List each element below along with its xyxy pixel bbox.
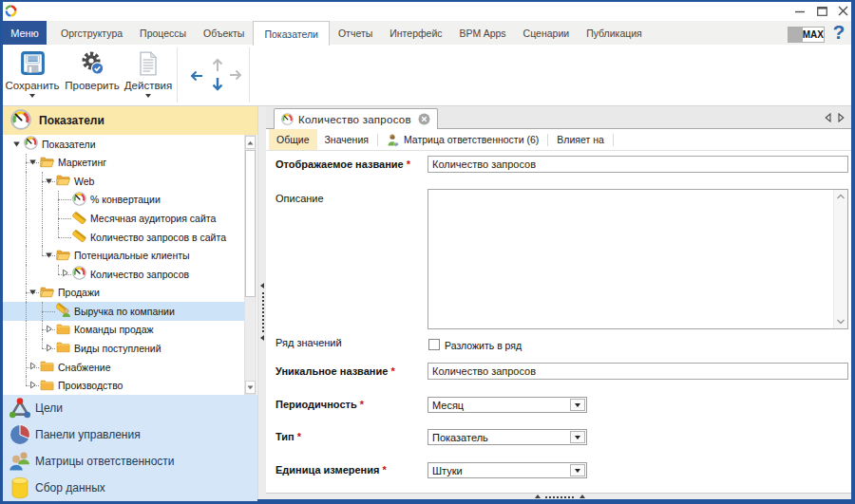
subtab-значения[interactable]: Значения — [317, 129, 376, 150]
nav-left-arrow[interactable] — [189, 69, 203, 84]
tree-item-выручка-по-компании[interactable]: Выручка по компании — [3, 302, 244, 321]
tree-collapsed-icon[interactable] — [61, 268, 69, 279]
maximize-button[interactable] — [813, 3, 830, 19]
tree-expanded-icon[interactable] — [28, 157, 37, 168]
tree-expanded-icon[interactable] — [45, 250, 53, 261]
tag-icon — [72, 229, 86, 245]
ribbon-tab-показатели[interactable]: Показатели — [253, 21, 330, 46]
nav-down-arrow[interactable] — [211, 77, 224, 95]
tree-item-количество-запросов-в-сайта[interactable]: Количество запросов в сайта — [3, 228, 244, 247]
splitter-collapse-icon — [260, 283, 264, 289]
horizontal-splitter[interactable] — [266, 493, 851, 499]
minimize-button[interactable] — [791, 3, 808, 19]
sidebar-section-цели[interactable]: Цели — [3, 395, 257, 421]
ribbon-tab-процессы[interactable]: Процессы — [131, 21, 195, 45]
document-tab[interactable]: Количество запросов — [274, 108, 438, 129]
max-toggle-knob — [788, 28, 803, 42]
actions-button[interactable]: Действия — [120, 50, 177, 98]
folder-closed-icon — [40, 360, 54, 374]
tree-item-месячная-аудитория-сайта[interactable]: Месячная аудитория сайта — [3, 209, 244, 228]
dropdown-button[interactable] — [570, 464, 585, 476]
max-toggle[interactable]: MAX — [788, 27, 825, 43]
save-icon — [21, 50, 45, 76]
expand-to-row-checkbox[interactable] — [428, 339, 440, 350]
ribbon-tab-отчеты[interactable]: Отчеты — [330, 21, 381, 45]
toolbar-separator — [249, 47, 250, 103]
tree-collapsed-icon[interactable] — [45, 343, 53, 354]
tree-item-виды-поступлений[interactable]: Виды поступлений — [3, 339, 244, 358]
nav-up-arrow[interactable] — [211, 57, 224, 74]
ribbon-tab-сценарии[interactable]: Сценарии — [515, 21, 579, 45]
sidebar-section-матрицы-ответственности[interactable]: Матрицы ответственности — [3, 448, 257, 475]
tab-scroll-right-icon[interactable] — [838, 113, 845, 122]
textarea-scrollbar[interactable] — [833, 190, 847, 328]
close-button[interactable] — [834, 3, 851, 19]
app-window: МенюОргструктураПроцессыОбъектыПоказател… — [0, 0, 855, 504]
ribbon-tab-оргструктура[interactable]: Оргструктура — [52, 21, 131, 45]
unit-select[interactable]: Штуки — [428, 462, 587, 478]
unique-name-input[interactable]: Количество запросов — [428, 363, 848, 380]
tree-expanded-icon[interactable] — [12, 139, 21, 150]
ribbon-tab-объекты[interactable]: Объекты — [195, 21, 253, 45]
tree-collapsed-icon[interactable] — [28, 361, 37, 372]
tree-guide-line — [26, 172, 27, 191]
ribbon-toolbar: Сохранить Проверить — [3, 45, 851, 106]
scroll-up-icon[interactable] — [836, 193, 846, 200]
tree-item-маркетинг[interactable]: Маркетинг — [3, 154, 244, 173]
tab-close-icon[interactable] — [418, 113, 430, 125]
folder-closed-icon — [56, 341, 70, 355]
tree-scrollbar[interactable] — [244, 135, 256, 395]
tree-item-продажи[interactable]: Продажи — [3, 284, 244, 303]
check-button[interactable]: Проверить — [64, 50, 121, 91]
sidebar-section-сбор-данных[interactable]: Сбор данных — [3, 475, 257, 501]
ribbon-tab-публикация[interactable]: Публикация — [578, 21, 651, 45]
tree-collapsed-icon[interactable] — [28, 380, 37, 391]
gauge-icon — [10, 109, 31, 132]
display-name-input[interactable]: Количество запросов — [428, 156, 848, 173]
tree-item-label: Показатели — [42, 139, 96, 150]
menu-tab[interactable]: Меню — [3, 21, 47, 45]
tab-scroll-left-icon[interactable] — [825, 113, 831, 122]
tree-collapsed-icon[interactable] — [45, 324, 53, 335]
dropdown-button[interactable] — [570, 399, 585, 411]
scroll-up-button[interactable] — [245, 136, 256, 149]
type-select[interactable]: Показатель — [428, 429, 587, 445]
database-icon — [9, 476, 31, 499]
subtab-матрица-ответственности-6[interactable]: Матрица ответственности (6) — [379, 129, 546, 150]
description-textarea[interactable] — [428, 189, 848, 329]
save-button[interactable]: Сохранить — [4, 50, 61, 98]
scroll-down-button[interactable] — [245, 381, 256, 394]
tree-item-команды-продаж[interactable]: Команды продаж — [3, 321, 244, 340]
splitter-handle — [545, 496, 574, 498]
folder-open-icon — [56, 174, 70, 188]
tree-item-%-конвертации[interactable]: % конвертации — [3, 191, 244, 210]
ribbon-tab-bpm-apps[interactable]: BPM Apps — [451, 21, 515, 45]
body-area: Показатели Показатели Маркетинг Web % ко… — [3, 106, 851, 499]
sidebar-section-панели-управления[interactable]: Панели управления — [3, 421, 257, 448]
dropdown-button[interactable] — [570, 431, 585, 443]
tree-item-label: Продажи — [58, 287, 100, 298]
tree-item-производство[interactable]: Производство — [3, 376, 244, 395]
tree-expanded-icon[interactable] — [28, 287, 37, 298]
tree-guide-line — [42, 209, 43, 228]
actions-dropdown-caret — [145, 94, 151, 98]
tree-item-количество-запросов[interactable]: Количество запросов — [3, 265, 244, 284]
tree-guide-line — [58, 218, 71, 219]
periodicity-select[interactable]: Месяц — [428, 397, 587, 413]
scroll-down-icon[interactable] — [836, 318, 846, 326]
scrollbar-thumb[interactable] — [245, 150, 256, 297]
tree-item-web[interactable]: Web — [3, 172, 244, 191]
vertical-splitter[interactable] — [257, 106, 266, 499]
tree-item-показатели[interactable]: Показатели — [3, 135, 244, 154]
tree-item-снабжение[interactable]: Снабжение — [3, 358, 244, 377]
tree-guide-line — [26, 209, 27, 228]
subtab-влияет-на[interactable]: Влияет на — [549, 129, 612, 150]
nav-right-arrow[interactable] — [229, 68, 243, 84]
splitter-collapse-icon — [535, 495, 541, 498]
help-button[interactable]: ? — [829, 20, 848, 45]
subtab-общие[interactable]: Общие — [269, 129, 317, 150]
tree-expanded-icon[interactable] — [45, 176, 53, 187]
main-panel: Количество запросов ОбщиеЗначения — [266, 106, 851, 499]
tree-item-потенциальные-клиенты[interactable]: Потенциальные клиенты — [3, 246, 244, 265]
ribbon-tab-интерфейс[interactable]: Интерфейс — [381, 21, 450, 45]
